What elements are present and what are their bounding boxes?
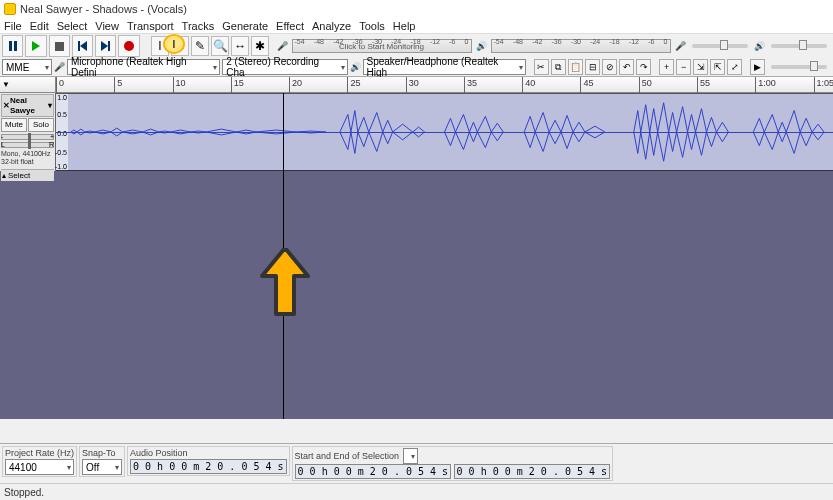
solo-button[interactable]: Solo <box>28 118 54 132</box>
toolbar-area: I I ≋ ✎ 🔍 ↔ ✱ 🎤 -54-48-42-36-30-24-18-12… <box>0 34 833 77</box>
collapse-icon[interactable]: ▴ <box>2 171 6 181</box>
track-menu-button[interactable]: ▾ <box>48 101 52 111</box>
waveform-svg <box>56 94 833 170</box>
silence-button[interactable]: ⊘ <box>602 59 617 75</box>
play-speed-slider[interactable] <box>771 65 827 69</box>
ruler-ticks: 0 5 10 15 20 25 30 35 40 45 50 55 1:00 1… <box>56 77 833 92</box>
status-text: Stopped. <box>4 487 44 498</box>
window-titlebar: Neal Sawyer - Shadows - (Vocals) <box>0 0 833 18</box>
speaker-icon: 🔊 <box>476 41 487 51</box>
playback-meter[interactable]: -54-48-42-36-30-24-18-12-60 <box>491 39 671 53</box>
mic-gain-icon: 🎤 <box>675 41 686 51</box>
stop-button[interactable] <box>49 35 70 57</box>
audio-position-field[interactable]: 0 0 h 0 0 m 2 0 . 0 5 4 s <box>130 459 287 474</box>
zoom-out-button[interactable]: − <box>676 59 691 75</box>
waveform-view[interactable]: 1.0 0.5 0.0 -0.5 -1.0 <box>56 93 833 171</box>
project-rate-select[interactable]: 44100 <box>5 459 74 475</box>
menu-tools[interactable]: Tools <box>359 20 385 32</box>
transport-toolbar: I I ≋ ✎ 🔍 ↔ ✱ 🎤 -54-48-42-36-30-24-18-12… <box>0 34 833 58</box>
undo-button[interactable]: ↶ <box>619 59 634 75</box>
project-rate-group: Project Rate (Hz) 44100 <box>2 446 77 477</box>
status-area: Project Rate (Hz) 44100 Snap-To Off Audi… <box>0 443 833 500</box>
cut-button[interactable]: ✂ <box>534 59 549 75</box>
audio-position-group: Audio Position 0 0 h 0 0 m 2 0 . 0 5 4 s <box>127 446 290 476</box>
snap-group: Snap-To Off <box>79 446 125 477</box>
recording-volume-slider[interactable] <box>692 44 748 48</box>
selection-start-field[interactable]: 0 0 h 0 0 m 2 0 . 0 5 4 s <box>295 464 452 479</box>
track-name: Neal Sawye <box>10 96 48 115</box>
rec-device-icon: 🎤 <box>54 62 65 72</box>
skip-end-button[interactable] <box>95 35 116 57</box>
playback-volume-slider[interactable] <box>771 44 827 48</box>
menu-tracks[interactable]: Tracks <box>182 20 215 32</box>
timeshift-tool-button[interactable]: ↔ <box>231 36 249 56</box>
mute-button[interactable]: Mute <box>1 118 27 132</box>
mic-icon: 🎤 <box>277 41 288 51</box>
copy-button[interactable]: ⧉ <box>551 59 566 75</box>
multi-tool-button[interactable]: ✱ <box>251 36 269 56</box>
paste-button[interactable]: 📋 <box>568 59 583 75</box>
menu-effect[interactable]: Effect <box>276 20 304 32</box>
play-at-speed-button[interactable]: ▶ <box>750 59 765 75</box>
recording-channels-select[interactable]: 2 (Stereo) Recording Cha <box>222 59 347 75</box>
redo-button[interactable]: ↷ <box>636 59 651 75</box>
selection-toolbar: Project Rate (Hz) 44100 Snap-To Off Audi… <box>0 444 833 484</box>
status-bar: Stopped. <box>0 484 833 500</box>
gain-slider[interactable]: - + <box>1 134 54 140</box>
zoom-in-button[interactable]: + <box>659 59 674 75</box>
skip-start-button[interactable] <box>72 35 93 57</box>
audio-host-select[interactable]: MME <box>2 59 52 75</box>
record-button[interactable] <box>118 35 139 57</box>
selection-tool-highlight: I <box>163 34 185 54</box>
menu-bar: File Edit Select View Transport Tracks G… <box>0 18 833 34</box>
menu-edit[interactable]: Edit <box>30 20 49 32</box>
device-edit-toolbar: MME 🎤 Microphone (Realtek High Defini 2 … <box>0 58 833 76</box>
annotation-arrow-icon <box>260 248 310 320</box>
app-logo-icon <box>4 3 16 15</box>
track-name-row[interactable]: ✕ Neal Sawye ▾ <box>1 94 54 117</box>
playback-gain-icon: 🔊 <box>754 41 765 51</box>
track-close-button[interactable]: ✕ <box>3 101 10 111</box>
pause-button[interactable] <box>2 35 23 57</box>
play-button[interactable] <box>25 35 46 57</box>
zoom-toggle-button[interactable]: ⤢ <box>727 59 742 75</box>
zoom-tool-button[interactable]: 🔍 <box>211 36 229 56</box>
fit-project-button[interactable]: ⇱ <box>710 59 725 75</box>
menu-view[interactable]: View <box>95 20 119 32</box>
audio-track: ✕ Neal Sawye ▾ Mute Solo - + L R Mono, 4… <box>0 93 833 171</box>
menu-help[interactable]: Help <box>393 20 416 32</box>
fit-selection-button[interactable]: ⇲ <box>693 59 708 75</box>
selection-group: Start and End of Selection 0 0 h 0 0 m 2… <box>292 446 614 481</box>
track-format-info: Mono, 44100Hz 32-bit float <box>1 150 54 167</box>
timeline-ruler[interactable]: ▼ 0 5 10 15 20 25 30 35 40 45 50 55 1:00… <box>0 77 833 93</box>
playback-device-select[interactable]: Speaker/Headphone (Realtek High <box>363 59 527 75</box>
window-title: Neal Sawyer - Shadows - (Vocals) <box>20 3 187 15</box>
play-device-icon: 🔊 <box>350 62 361 72</box>
tracks-area: ✕ Neal Sawye ▾ Mute Solo - + L R Mono, 4… <box>0 93 833 419</box>
recording-device-select[interactable]: Microphone (Realtek High Defini <box>67 59 220 75</box>
draw-tool-button[interactable]: ✎ <box>191 36 209 56</box>
menu-transport[interactable]: Transport <box>127 20 174 32</box>
menu-select[interactable]: Select <box>57 20 88 32</box>
trim-button[interactable]: ⊟ <box>585 59 600 75</box>
menu-file[interactable]: File <box>4 20 22 32</box>
selection-mode-select[interactable] <box>403 448 418 464</box>
menu-generate[interactable]: Generate <box>222 20 268 32</box>
menu-analyze[interactable]: Analyze <box>312 20 351 32</box>
pan-slider[interactable]: L R <box>1 142 54 148</box>
snap-to-select[interactable]: Off <box>82 459 122 475</box>
track-control-panel: ✕ Neal Sawye ▾ Mute Solo - + L R Mono, 4… <box>0 93 56 171</box>
ruler-corner[interactable]: ▼ <box>0 77 56 92</box>
selection-end-field[interactable]: 0 0 h 0 0 m 2 0 . 0 5 4 s <box>454 464 611 479</box>
recording-meter[interactable]: -54-48-42-36-30-24-18-12-60 Click to Sta… <box>292 39 472 53</box>
track-select-row[interactable]: ▴ Select <box>1 169 54 182</box>
